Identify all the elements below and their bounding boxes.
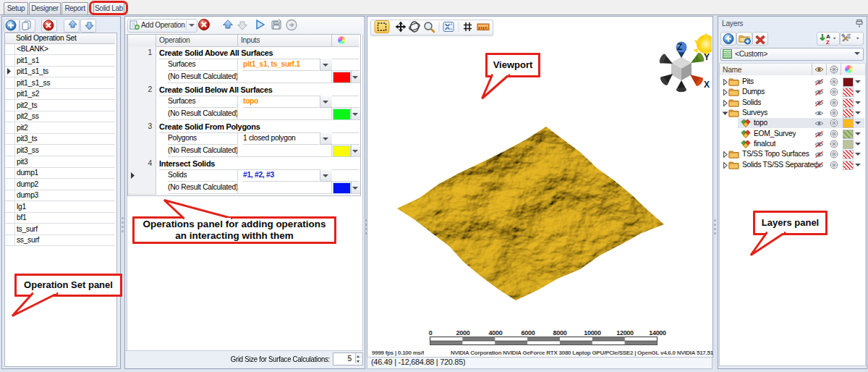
svg-text:Z: Z (826, 39, 830, 46)
svg-text:Y: Y (704, 52, 710, 62)
svg-text:X: X (704, 80, 710, 90)
svg-text:Z: Z (677, 42, 682, 52)
